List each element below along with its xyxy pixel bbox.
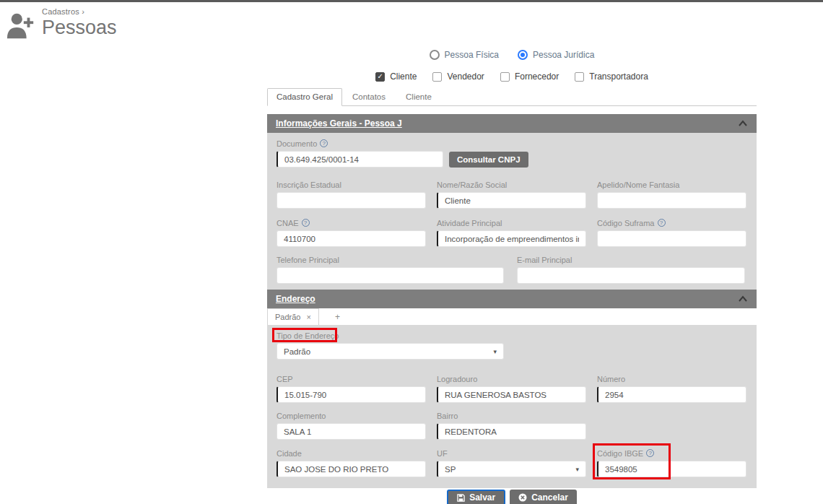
field-numero: Número (597, 374, 746, 403)
cnae-input[interactable] (276, 230, 426, 247)
help-icon[interactable]: ? (320, 139, 328, 147)
email-principal-label: E-mail Principal (517, 255, 745, 264)
help-icon[interactable]: ? (646, 449, 654, 457)
logradouro-input[interactable] (437, 386, 586, 403)
checkbox-transportadora[interactable]: Transportadora (575, 71, 648, 82)
radio-off-icon[interactable] (430, 50, 440, 60)
checkbox-cliente[interactable]: ✓ Cliente (375, 71, 417, 82)
field-logradouro: Logradouro (437, 374, 586, 403)
form-actions: Salvar Cancelar (267, 490, 757, 504)
checkbox-unchecked-icon[interactable] (432, 72, 442, 82)
radio-pessoa-juridica[interactable]: Pessoa Jurídica (518, 50, 594, 60)
save-floppy-icon (457, 494, 465, 502)
field-codigo-ibge: Código IBGE ? (597, 448, 746, 477)
cancel-circle-x-icon (518, 493, 527, 502)
caret-down-icon: ▾ (493, 348, 497, 355)
cep-label: CEP (276, 374, 426, 383)
bairro-input[interactable] (437, 423, 586, 440)
nome-razao-social-label: Nome/Razão Social (437, 180, 586, 189)
nome-razao-social-input[interactable] (437, 192, 586, 209)
person-type-group: Pessoa Física Pessoa Jurídica (267, 49, 757, 61)
field-inscricao-estadual: Inscrição Estadual (276, 180, 426, 209)
checkbox-label: Vendedor (447, 71, 484, 82)
codigo-ibge-input[interactable] (597, 461, 746, 477)
documento-input[interactable] (276, 151, 443, 168)
uf-value: SP (445, 465, 456, 474)
logradouro-label: Logradouro (437, 374, 586, 383)
radio-pessoa-fisica[interactable]: Pessoa Física (430, 50, 499, 60)
bairro-label: Bairro (437, 411, 586, 420)
field-tipo-endereco: Tipo de Endereço Padrão ▾ (276, 331, 504, 360)
save-button[interactable]: Salvar (447, 490, 505, 504)
page-title: Pessoas (42, 17, 117, 39)
address-section-panel: Tipo de Endereço Padrão ▾ CEP Logradouro… (267, 325, 757, 488)
chevron-up-icon[interactable] (738, 295, 748, 303)
inscricao-estadual-input[interactable] (276, 192, 426, 209)
page-header: Cadastros › Pessoas (6, 7, 117, 40)
checkbox-unchecked-icon[interactable] (575, 72, 584, 82)
chevron-up-icon[interactable] (738, 120, 748, 127)
help-icon[interactable]: ? (302, 219, 310, 227)
field-cnae: CNAE ? (276, 218, 426, 247)
general-section-header[interactable]: Informações Gerais - Pessoa J (267, 114, 757, 133)
person-add-icon (6, 12, 36, 40)
codigo-ibge-label: Código IBGE (597, 449, 643, 458)
caret-down-icon: ▾ (575, 466, 579, 473)
complemento-input[interactable] (276, 423, 426, 440)
top-border-bar (0, 0, 823, 2)
breadcrumb[interactable]: Cadastros › (42, 7, 117, 16)
codigo-suframa-label: Código Suframa (597, 219, 655, 227)
field-cidade: Cidade (276, 448, 426, 477)
field-complemento: Complemento (276, 411, 426, 440)
address-section-title: Endereço (276, 294, 315, 304)
documento-label: Documento (276, 139, 317, 148)
cep-input[interactable] (276, 386, 426, 403)
complemento-label: Complemento (276, 411, 426, 420)
address-tab-padrao[interactable]: Padrão × (267, 308, 319, 325)
save-button-label: Salvar (469, 492, 495, 503)
checkbox-checked-icon[interactable]: ✓ (375, 72, 385, 82)
radio-label: Pessoa Jurídica (533, 50, 594, 60)
general-section-panel: Documento ? Consultar CNPJ Inscrição Est… (267, 133, 757, 290)
field-atividade-principal: Atividade Principal (437, 218, 586, 247)
add-address-tab-button[interactable]: + (319, 308, 356, 325)
email-principal-input[interactable] (517, 267, 745, 284)
cidade-input[interactable] (276, 461, 426, 477)
checkbox-vendedor[interactable]: Vendedor (432, 71, 484, 82)
atividade-principal-input[interactable] (437, 230, 586, 247)
radio-on-icon[interactable] (518, 50, 528, 60)
inscricao-estadual-label: Inscrição Estadual (276, 180, 426, 189)
numero-input[interactable] (597, 386, 746, 403)
cidade-label: Cidade (276, 448, 426, 458)
apelido-input[interactable] (597, 192, 746, 209)
main-tab-bar: Cadastro Geral Contatos Cliente (267, 89, 757, 106)
checkbox-label: Transportadora (589, 71, 648, 82)
address-section-header[interactable]: Endereço (267, 290, 757, 308)
tab-cadastro-geral[interactable]: Cadastro Geral (267, 88, 342, 106)
tipo-endereco-value: Padrão (284, 347, 310, 356)
uf-label: UF (437, 448, 586, 458)
general-section-title: Informações Gerais - Pessoa J (276, 118, 402, 129)
tab-contatos[interactable]: Contatos (342, 89, 396, 105)
help-icon[interactable]: ? (658, 219, 666, 227)
field-documento: Documento ? (276, 139, 443, 168)
uf-select[interactable]: SP ▾ (437, 461, 586, 477)
close-icon[interactable]: × (306, 313, 310, 321)
checkbox-fornecedor[interactable]: Fornecedor (500, 71, 559, 82)
consultar-cnpj-button[interactable]: Consultar CNPJ (449, 152, 528, 168)
field-codigo-suframa: Código Suframa ? (597, 218, 746, 247)
tipo-endereco-label: Tipo de Endereço (276, 331, 504, 340)
person-form: Pessoa Física Pessoa Jurídica ✓ Cliente … (267, 43, 757, 504)
checkbox-unchecked-icon[interactable] (500, 72, 510, 82)
field-telefone-principal: Telefone Principal (276, 255, 504, 284)
codigo-suframa-input[interactable] (597, 230, 746, 247)
telefone-principal-input[interactable] (276, 267, 504, 284)
tab-cliente[interactable]: Cliente (396, 89, 442, 105)
address-tab-label: Padrão (275, 313, 300, 321)
cancel-button[interactable]: Cancelar (510, 490, 577, 504)
checkbox-label: Fornecedor (515, 71, 559, 82)
tipo-endereco-select[interactable]: Padrão ▾ (276, 343, 504, 360)
field-bairro: Bairro (437, 411, 586, 440)
checkbox-label: Cliente (390, 71, 417, 82)
field-apelido: Apelido/Nome Fantasia (597, 180, 746, 209)
